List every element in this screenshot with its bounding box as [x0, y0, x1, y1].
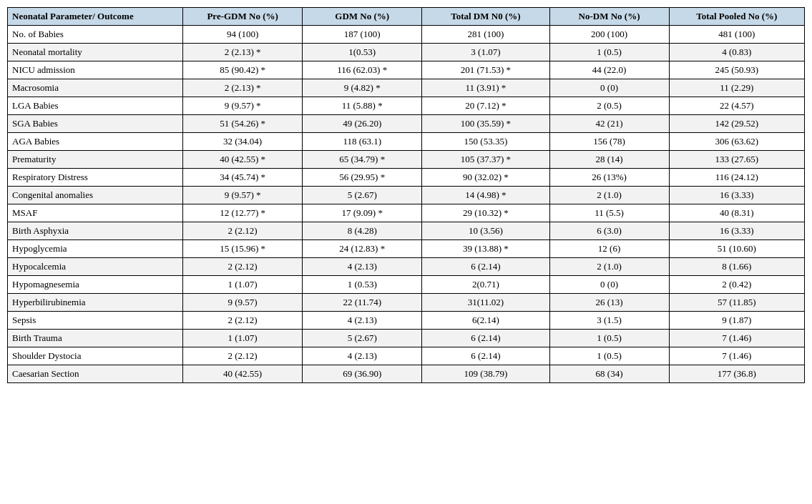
cell-value: 2 (2.12) [183, 312, 303, 330]
cell-value: 187 (100) [303, 26, 422, 44]
cell-value: 8 (4.28) [303, 222, 422, 240]
cell-value: 4 (2.13) [303, 347, 422, 365]
cell-value: 6 (2.14) [422, 258, 549, 276]
row-label: LGA Babies [8, 97, 183, 115]
cell-value: 17 (9.09) * [303, 204, 422, 222]
table-row: Prematurity40 (42.55) *65 (34.79) *105 (… [8, 151, 805, 169]
cell-value: 51 (10.60) [669, 240, 804, 258]
cell-value: 28 (14) [549, 151, 669, 169]
cell-value: 12 (6) [549, 240, 669, 258]
table-row: Birth Asphyxia2 (2.12)8 (4.28)10 (3.56)6… [8, 222, 805, 240]
cell-value: 9 (9.57) * [183, 97, 303, 115]
cell-value: 14 (4.98) * [422, 187, 549, 204]
table-row: Respiratory Distress34 (45.74) *56 (29.9… [8, 169, 805, 187]
table-row: Hypocalcemia2 (2.12)4 (2.13)6 (2.14)2 (1… [8, 258, 805, 276]
table-row: Sepsis2 (2.12)4 (2.13)6(2.14)3 (1.5)9 (1… [8, 312, 805, 330]
table-row: Caesarian Section40 (42.55)69 (36.90)109… [8, 365, 805, 383]
row-label: Prematurity [8, 151, 183, 169]
cell-value: 31(11.02) [422, 294, 549, 312]
cell-value: 16 (3.33) [669, 222, 804, 240]
cell-value: 156 (78) [549, 133, 669, 151]
cell-value: 4 (2.13) [303, 312, 422, 330]
cell-value: 20 (7.12) * [422, 97, 549, 115]
cell-value: 24 (12.83) * [303, 240, 422, 258]
row-label: AGA Babies [8, 133, 183, 151]
cell-value: 6 (3.0) [549, 222, 669, 240]
cell-value: 2(0.71) [422, 276, 549, 294]
row-label: Birth Trauma [8, 330, 183, 347]
cell-value: 2 (0.42) [669, 276, 804, 294]
cell-value: 1 (0.5) [549, 330, 669, 347]
row-label: No. of Babies [8, 26, 183, 44]
table-row: LGA Babies9 (9.57) *11 (5.88) *20 (7.12)… [8, 97, 805, 115]
cell-value: 34 (45.74) * [183, 169, 303, 187]
cell-value: 1(0.53) [303, 44, 422, 61]
table-row: Congenital anomalies9 (9.57) *5 (2.67)14… [8, 187, 805, 204]
column-header-3: Total DM N0 (%) [422, 8, 549, 26]
row-label: Shoulder Dystocia [8, 347, 183, 365]
cell-value: 306 (63.62) [669, 133, 804, 151]
cell-value: 9 (4.82) * [303, 79, 422, 97]
table-row: Hypoglycemia15 (15.96) *24 (12.83) *39 (… [8, 240, 805, 258]
cell-value: 8 (1.66) [669, 258, 804, 276]
row-label: Congenital anomalies [8, 187, 183, 204]
cell-value: 9 (9.57) [183, 294, 303, 312]
cell-value: 51 (54.26) * [183, 115, 303, 133]
cell-value: 22 (4.57) [669, 97, 804, 115]
column-header-2: GDM No (%) [303, 8, 422, 26]
cell-value: 6 (2.14) [422, 347, 549, 365]
cell-value: 0 (0) [549, 79, 669, 97]
cell-value: 11 (5.88) * [303, 97, 422, 115]
cell-value: 1 (1.07) [183, 276, 303, 294]
row-label: Caesarian Section [8, 365, 183, 383]
cell-value: 2 (2.13) * [183, 44, 303, 61]
table-row: Shoulder Dystocia2 (2.12)4 (2.13)6 (2.14… [8, 347, 805, 365]
cell-value: 29 (10.32) * [422, 204, 549, 222]
cell-value: 481 (100) [669, 26, 804, 44]
cell-value: 2 (2.12) [183, 222, 303, 240]
cell-value: 65 (34.79) * [303, 151, 422, 169]
table-row: Hyperbilirubinemia9 (9.57)22 (11.74)31(1… [8, 294, 805, 312]
cell-value: 42 (21) [549, 115, 669, 133]
cell-value: 90 (32.02) * [422, 169, 549, 187]
cell-value: 22 (11.74) [303, 294, 422, 312]
table-row: Neonatal mortality2 (2.13) *1(0.53)3 (1.… [8, 44, 805, 61]
cell-value: 12 (12.77) * [183, 204, 303, 222]
cell-value: 116 (24.12) [669, 169, 804, 187]
cell-value: 2 (2.12) [183, 258, 303, 276]
row-label: Neonatal mortality [8, 44, 183, 61]
cell-value: 109 (38.79) [422, 365, 549, 383]
cell-value: 5 (2.67) [303, 187, 422, 204]
row-label: Macrosomia [8, 79, 183, 97]
cell-value: 26 (13) [549, 294, 669, 312]
cell-value: 40 (42.55) * [183, 151, 303, 169]
table-row: AGA Babies32 (34.04)118 (63.1)150 (53.35… [8, 133, 805, 151]
row-label: Respiratory Distress [8, 169, 183, 187]
cell-value: 94 (100) [183, 26, 303, 44]
cell-value: 105 (37.37) * [422, 151, 549, 169]
cell-value: 4 (2.13) [303, 258, 422, 276]
cell-value: 2 (1.0) [549, 187, 669, 204]
cell-value: 116 (62.03) * [303, 61, 422, 79]
cell-value: 11 (2.29) [669, 79, 804, 97]
cell-value: 9 (9.57) * [183, 187, 303, 204]
cell-value: 57 (11.85) [669, 294, 804, 312]
cell-value: 2 (2.13) * [183, 79, 303, 97]
neonatal-outcomes-table: Neonatal Parameter/ OutcomePre-GDM No (%… [7, 7, 805, 383]
cell-value: 39 (13.88) * [422, 240, 549, 258]
cell-value: 11 (3.91) * [422, 79, 549, 97]
cell-value: 11 (5.5) [549, 204, 669, 222]
table-row: Hypomagnesemia1 (1.07)1 (0.53)2(0.71)0 (… [8, 276, 805, 294]
cell-value: 40 (8.31) [669, 204, 804, 222]
cell-value: 3 (1.07) [422, 44, 549, 61]
cell-value: 40 (42.55) [183, 365, 303, 383]
cell-value: 9 (1.87) [669, 312, 804, 330]
cell-value: 32 (34.04) [183, 133, 303, 151]
cell-value: 1 (0.5) [549, 347, 669, 365]
cell-value: 7 (1.46) [669, 330, 804, 347]
cell-value: 16 (3.33) [669, 187, 804, 204]
column-header-0: Neonatal Parameter/ Outcome [8, 8, 183, 26]
cell-value: 1 (1.07) [183, 330, 303, 347]
cell-value: 49 (26.20) [303, 115, 422, 133]
cell-value: 281 (100) [422, 26, 549, 44]
